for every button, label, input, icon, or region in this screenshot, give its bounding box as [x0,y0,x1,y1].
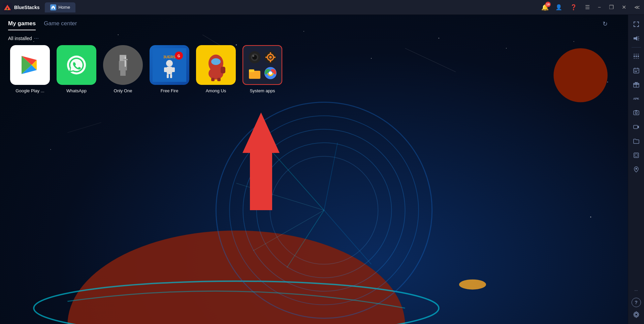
menu-button[interactable]: ☰ [584,3,591,11]
arrow-annotation [243,112,280,210]
svg-rect-98 [635,110,637,111]
among-us-icon [196,45,236,85]
sidebar-divider-1 [632,47,641,47]
app-whatsapp[interactable]: WhatsApp [55,45,98,93]
sidebar-calendar-btn[interactable] [630,64,643,77]
sidebar-help-btn[interactable]: ? [632,298,641,307]
more-dots: ··· [634,288,638,293]
sidebar-settings-btn[interactable] [630,308,643,321]
calendar-icon [633,67,640,74]
system-apps-icon-wrap [243,45,282,85]
svg-rect-39 [123,59,128,60]
svg-point-17 [590,217,591,218]
svg-rect-83 [638,56,639,57]
sidebar-video-btn[interactable] [630,120,643,134]
layers-icon [633,152,640,159]
sidebar-screenshot-btn[interactable] [630,106,643,120]
free-fire-icon-wrap: 3UERS G [150,45,189,85]
svg-rect-79 [636,54,637,55]
svg-point-29 [459,280,486,290]
webcam-mini-icon [248,51,261,64]
svg-rect-55 [221,67,225,73]
whatsapp-icon-wrap [57,45,96,85]
gift-icon [633,81,640,88]
video-icon [633,124,640,130]
sidebar-resize-btn[interactable] [630,18,643,31]
sidebar-apk-btn[interactable]: APK [630,92,643,105]
app-among-us[interactable]: Among Us [194,45,238,93]
google-play-icon [10,45,50,85]
svg-rect-84 [634,58,635,59]
svg-rect-44 [167,67,172,74]
only-one-logo [106,48,140,82]
app-only-one[interactable]: Only One [101,45,145,93]
notification-button[interactable]: 🔔 19 [541,4,549,11]
whatsapp-label: WhatsApp [66,88,87,93]
among-us-logo [199,48,233,82]
section-header: All installed ⋯ [0,30,628,45]
app-name: BlueStacks [14,5,39,10]
svg-rect-45 [164,67,167,72]
navigation-tabs: My games Game center [0,15,628,30]
google-play-label: Google Play ... [15,88,44,93]
gear-mini-icon [264,51,277,64]
svg-rect-48 [170,74,172,78]
app-free-fire[interactable]: 3UERS G [148,45,191,93]
refresh-button[interactable]: ↻ [603,20,608,28]
system-apps-label: System apps [250,88,275,93]
sidebar-layers-btn[interactable] [630,149,643,162]
only-one-icon [103,45,143,85]
svg-text:G: G [178,54,180,58]
account-button[interactable]: 👤 [554,3,564,11]
right-sidebar: APK [628,15,644,324]
sidebar-more-btn[interactable]: ··· [630,284,643,297]
title-bar: BlueStacks Home 🔔 19 👤 ❓ ☰ − ❐ ✕ ≪ [0,0,644,15]
svg-rect-70 [249,69,254,72]
location-icon [633,166,640,173]
svg-point-73 [269,71,272,75]
sidebar-folder-btn[interactable] [630,134,643,148]
help-button[interactable]: ❓ [569,3,578,11]
app-system-apps[interactable]: System apps [240,45,284,93]
svg-text:3UERS: 3UERS [163,55,176,59]
sidebar-grid-btn[interactable] [630,50,643,63]
apps-grid: Google Play ... WhatsApp [0,45,628,93]
maximize-button[interactable]: ❐ [608,3,615,11]
resize-icon [633,21,640,28]
svg-rect-38 [125,57,126,67]
tab-my-games[interactable]: My games [8,20,36,30]
sidebar-gift-btn[interactable] [630,78,643,91]
app-google-play[interactable]: Google Play ... [8,45,52,93]
svg-line-77 [638,39,639,40]
close-button[interactable]: ✕ [620,3,627,11]
back-button[interactable]: ≪ [633,3,641,11]
svg-rect-68 [273,57,276,58]
svg-rect-80 [638,54,639,55]
svg-point-103 [635,168,637,170]
help-label: ? [635,300,638,305]
svg-rect-65 [270,52,271,54]
svg-rect-57 [217,78,221,81]
svg-rect-101 [634,153,639,158]
svg-line-75 [638,36,639,37]
svg-rect-87 [634,68,639,73]
content-area: My games Game center ↻ All installed ⋯ [0,15,628,324]
whatsapp-icon [57,45,96,85]
sidebar-volume-btn[interactable] [630,32,643,45]
settings-icon [633,311,640,318]
home-tab[interactable]: Home [45,2,75,12]
folder-icon [633,138,640,144]
free-fire-logo: 3UERS G [153,48,186,82]
svg-rect-67 [265,57,267,58]
only-one-label: Only One [114,88,132,93]
among-us-icon-wrap [196,45,236,85]
sidebar-location-btn[interactable] [630,163,643,176]
only-one-icon-wrap [103,45,143,85]
tab-game-center[interactable]: Game center [44,20,77,30]
chrome-mini-icon [264,67,277,79]
svg-rect-56 [211,78,215,81]
grid-icon [633,53,640,60]
section-menu-icon[interactable]: ⋯ [34,36,39,41]
minimize-button[interactable]: − [597,4,602,11]
svg-marker-74 [634,36,637,41]
